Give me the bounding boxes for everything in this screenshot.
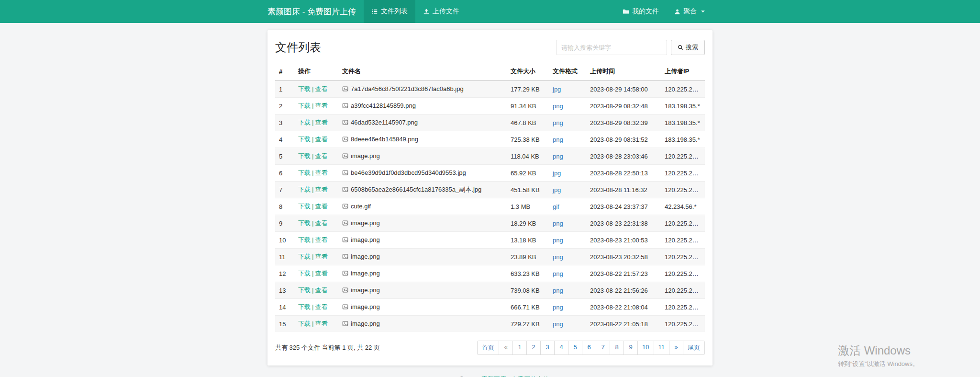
pagination-button[interactable]: 2 [526, 341, 541, 355]
row-uploader-ip: 183.198.35.* [661, 131, 705, 148]
download-link[interactable]: 下载 [298, 236, 311, 243]
row-index: 1 [275, 80, 294, 98]
row-index: 2 [275, 98, 294, 114]
download-link[interactable]: 下载 [298, 102, 311, 109]
row-upload-time: 2023-08-23 20:32:58 [586, 249, 661, 265]
download-link[interactable]: 下载 [298, 136, 311, 143]
format-link[interactable]: png [553, 136, 563, 143]
pagination-button[interactable]: » [669, 341, 683, 355]
filename-text: be46e39d9d1f0dd3dbcd95d340d9553.jpg [351, 169, 466, 176]
format-link[interactable]: jpg [553, 186, 561, 194]
navbar-container: 素颜图床 - 免费图片上传 文件列表 上传文件 我的文件 [267, 0, 713, 23]
view-link[interactable]: 查看 [315, 119, 327, 126]
pagination-button[interactable]: « [499, 341, 513, 355]
search-button[interactable]: 搜索 [671, 40, 705, 55]
file-table-body: 1 下载|查看 7a17da456c8750f221d3c867fac0a6b.… [275, 80, 705, 332]
row-format: png [549, 131, 586, 148]
table-row: 5 下载|查看 image.png 118.04 KB png 2023-08-… [275, 148, 705, 165]
pagination-button[interactable]: 10 [637, 341, 654, 355]
download-link[interactable]: 下载 [298, 320, 311, 327]
pagination-button[interactable]: 5 [568, 341, 582, 355]
pagination-button[interactable]: 8 [610, 341, 624, 355]
filename-text: cute.gif [351, 203, 371, 210]
action-separator: | [312, 270, 313, 277]
image-file-icon [342, 237, 348, 244]
row-format: png [549, 114, 586, 131]
view-link[interactable]: 查看 [315, 236, 327, 243]
view-link[interactable]: 查看 [315, 320, 327, 327]
row-filename: 6508b65aea2e866145cfc1a8176335a_副本.jpg [338, 182, 507, 198]
view-link[interactable]: 查看 [315, 303, 327, 310]
download-link[interactable]: 下载 [298, 253, 311, 260]
row-upload-time: 2023-08-28 22:50:13 [586, 165, 661, 182]
download-link[interactable]: 下载 [298, 119, 311, 126]
view-link[interactable]: 查看 [315, 203, 327, 210]
format-link[interactable]: jpg [553, 86, 561, 93]
search-box: 搜索 [556, 40, 705, 55]
nav-item-my-files[interactable]: 我的文件 [615, 0, 667, 23]
view-link[interactable]: 查看 [315, 219, 327, 227]
pagination-button[interactable]: 11 [654, 341, 670, 355]
nav-item-file-list[interactable]: 文件列表 [364, 0, 415, 23]
file-count-summary: 共有 325 个文件 当前第 1 页, 共 22 页 [275, 343, 380, 352]
row-size: 729.27 KB [507, 316, 549, 332]
download-link[interactable]: 下载 [298, 303, 311, 310]
view-link[interactable]: 查看 [315, 85, 327, 92]
download-link[interactable]: 下载 [298, 219, 311, 227]
format-link[interactable]: png [553, 220, 563, 227]
view-link[interactable]: 查看 [315, 186, 327, 193]
download-link[interactable]: 下载 [298, 286, 311, 294]
brand-link[interactable]: 素颜图床 - 免费图片上传 [267, 0, 356, 23]
row-actions: 下载|查看 [294, 316, 338, 332]
page-title: 文件列表 [275, 40, 321, 55]
view-link[interactable]: 查看 [315, 169, 327, 176]
download-link[interactable]: 下载 [298, 169, 311, 176]
download-link[interactable]: 下载 [298, 152, 311, 160]
download-link[interactable]: 下载 [298, 85, 311, 92]
search-input[interactable] [556, 40, 667, 55]
view-link[interactable]: 查看 [315, 152, 327, 160]
view-link[interactable]: 查看 [315, 270, 327, 277]
download-link[interactable]: 下载 [298, 203, 311, 210]
format-link[interactable]: png [553, 320, 563, 328]
table-row: 1 下载|查看 7a17da456c8750f221d3c867fac0a6b.… [275, 80, 705, 98]
format-link[interactable]: png [553, 119, 563, 126]
pagination-button[interactable]: 1 [512, 341, 527, 355]
format-link[interactable]: png [553, 253, 563, 261]
header-row: # 操作 文件名 文件大小 文件格式 上传时间 上传者IP [275, 63, 705, 80]
table-row: 14 下载|查看 image.png 666.71 KB png 2023-08… [275, 299, 705, 316]
pagination-button[interactable]: 首页 [477, 341, 499, 355]
pagination-button[interactable]: 6 [582, 341, 596, 355]
action-separator: | [312, 169, 313, 176]
format-link[interactable]: png [553, 153, 563, 160]
image-file-icon [342, 253, 348, 261]
filename-text: image.png [351, 270, 380, 277]
format-link[interactable]: jpg [553, 170, 561, 177]
filename-text: image.png [351, 236, 380, 243]
format-link[interactable]: png [553, 103, 563, 110]
format-link[interactable]: png [553, 270, 563, 277]
view-link[interactable]: 查看 [315, 102, 327, 109]
pagination-button[interactable]: 4 [554, 341, 568, 355]
format-link[interactable]: png [553, 304, 563, 311]
view-link[interactable]: 查看 [315, 286, 327, 294]
format-link[interactable]: png [553, 237, 563, 244]
nav-item-upload[interactable]: 上传文件 [415, 0, 467, 23]
action-separator: | [312, 85, 313, 92]
pagination-button[interactable]: 尾页 [683, 341, 705, 355]
download-link[interactable]: 下载 [298, 186, 311, 193]
pagination-button[interactable]: 9 [624, 341, 638, 355]
view-link[interactable]: 查看 [315, 136, 327, 143]
header-ip: 上传者IP [661, 63, 705, 80]
header-time: 上传时间 [586, 63, 661, 80]
nav-item-aggregate-dropdown[interactable]: 聚合 [667, 0, 713, 23]
row-format: png [549, 249, 586, 265]
view-link[interactable]: 查看 [315, 253, 327, 260]
header-format: 文件格式 [549, 63, 586, 80]
download-link[interactable]: 下载 [298, 270, 311, 277]
pagination-button[interactable]: 3 [540, 341, 555, 355]
image-file-icon [342, 320, 348, 328]
format-link[interactable]: gif [553, 203, 559, 210]
pagination-button[interactable]: 7 [596, 341, 610, 355]
format-link[interactable]: png [553, 287, 563, 294]
